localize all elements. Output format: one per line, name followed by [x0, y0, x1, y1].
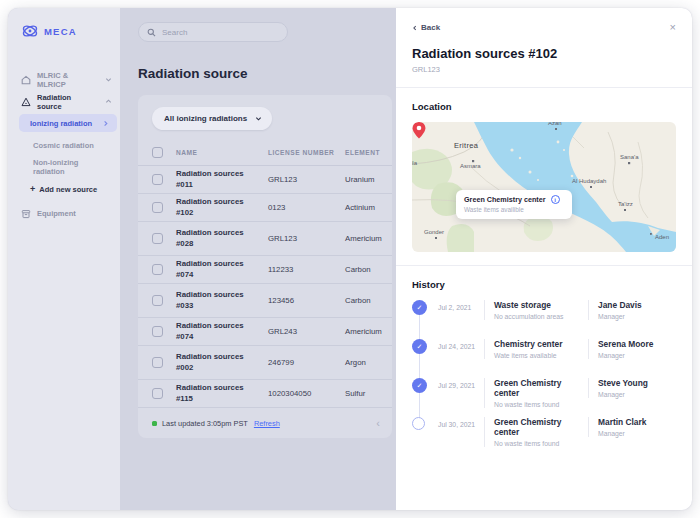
- tooltip-title: Green Chemistry center: [464, 195, 546, 204]
- row-checkbox[interactable]: [152, 174, 163, 185]
- row-checkbox[interactable]: [152, 326, 163, 337]
- close-icon[interactable]: ×: [670, 22, 676, 33]
- pending-circle-icon: [412, 417, 425, 430]
- history-entry: ✓ Jul 2, 2021 Waste storage No accumulat…: [412, 300, 676, 339]
- row-checkbox[interactable]: [152, 388, 163, 399]
- check-icon: ✓: [412, 378, 427, 393]
- sidebar-item-equipment[interactable]: Equipment: [8, 204, 120, 223]
- table-row[interactable]: Radiation sources #074 GRL243 Americium: [138, 318, 392, 346]
- column-element: ELEMENT: [345, 149, 384, 156]
- map-tooltip: Green Chemistry center i Waste items ava…: [456, 190, 572, 219]
- table-row[interactable]: Radiation sources #074 112233 Carbon: [138, 256, 392, 284]
- table-row[interactable]: Radiation sources #002 246799 Argon: [138, 346, 392, 380]
- history-person: Jane Davis Manager: [588, 300, 676, 320]
- history-date: Jul 29, 2021: [438, 378, 484, 389]
- sidebar: MECA MLRIC & MLRICP Radiation source Ion…: [8, 8, 120, 510]
- map-label: Asmara: [460, 163, 481, 169]
- table-row[interactable]: Radiation sources #011 GRL123 Uranium: [138, 166, 392, 194]
- sidebar-item-label: Equipment: [37, 209, 76, 218]
- column-license: LICENSE NUMBER: [268, 149, 345, 156]
- history-place: Chemistry center Wate items available: [484, 339, 588, 359]
- filter-label: All ionizing radiations: [164, 114, 247, 123]
- map-label: Eritrea: [454, 141, 478, 150]
- detail-subtitle: GRL123: [412, 65, 676, 74]
- row-checkbox[interactable]: [152, 295, 163, 306]
- map-label: Gonder: [424, 229, 444, 235]
- plus-icon: +: [30, 184, 35, 194]
- table-row[interactable]: Radiation sources #033 123456 Carbon: [138, 284, 392, 318]
- detail-title: Radiation sources #102: [412, 46, 676, 61]
- equipment-icon: [21, 209, 31, 219]
- divider: [396, 265, 692, 266]
- sidebar-item-mlric[interactable]: MLRIC & MLRICP: [8, 70, 120, 89]
- location-map[interactable]: Azan Eritrea Asmara Sana'a Al Hudaydah M…: [412, 122, 676, 252]
- add-new-source-button[interactable]: + Add new source: [8, 180, 120, 198]
- history-timeline: ✓ Jul 2, 2021 Waste storage No accumulat…: [412, 300, 676, 456]
- chevron-right-icon: [102, 120, 109, 127]
- sidebar-item-radiation-source[interactable]: Radiation source: [8, 92, 120, 111]
- column-name: NAME: [176, 149, 268, 156]
- page-title: Radiation source: [138, 66, 396, 81]
- radiation-warning-icon: [21, 97, 31, 107]
- map-label: Azan: [548, 122, 562, 126]
- history-date: Jul 24, 2021: [438, 339, 484, 350]
- map-canvas: [412, 122, 676, 252]
- map-label: ila: [412, 160, 417, 166]
- back-label: Back: [421, 23, 440, 32]
- chevron-down-icon: [255, 115, 262, 122]
- history-heading: History: [412, 279, 676, 290]
- history-person: Steve Young Manager: [588, 378, 676, 398]
- table-footer: Last updated 3:05pm PST Refresh ‹: [138, 408, 392, 438]
- table-row[interactable]: Radiation sources #115 1020304050 Sulfur: [138, 380, 392, 408]
- table-row[interactable]: Radiation sources #028 GRL123 Americium: [138, 222, 392, 256]
- back-button[interactable]: Back: [412, 23, 440, 32]
- app-window: MECA MLRIC & MLRICP Radiation source Ion…: [8, 8, 692, 510]
- sidebar-item-label: Radiation source: [37, 93, 93, 111]
- map-label: Ta'izz: [618, 201, 633, 207]
- map-label: Sana'a: [620, 154, 639, 160]
- row-checkbox[interactable]: [152, 357, 163, 368]
- logo: MECA: [8, 22, 120, 40]
- table-row[interactable]: Radiation sources #102 0123 Actinium: [138, 194, 392, 222]
- home-icon: [21, 75, 31, 85]
- table-header: NAME LICENSE NUMBER ELEMENT: [138, 140, 392, 166]
- map-pin-icon[interactable]: [412, 122, 426, 139]
- sidebar-item-non-ionizing-radiation[interactable]: Non-ionizing radiation: [11, 158, 117, 176]
- history-place: Green Chemistry center No waste items fo…: [484, 378, 588, 408]
- location-heading: Location: [412, 101, 676, 112]
- row-checkbox[interactable]: [152, 202, 163, 213]
- sidebar-item-label: Ionizing radiation: [30, 119, 92, 128]
- search-bar[interactable]: [138, 22, 288, 42]
- check-icon: ✓: [412, 339, 427, 354]
- chevron-down-icon: [105, 76, 112, 83]
- sidebar-item-label: MLRIC & MLRICP: [37, 71, 93, 89]
- status-dot-icon: [152, 421, 157, 426]
- pagination-prev-icon[interactable]: ‹: [374, 418, 382, 429]
- history-entry: ✓ Jul 29, 2021 Green Chemistry center No…: [412, 378, 676, 417]
- chevron-left-icon: [412, 25, 418, 31]
- history-place: Green Chemistry center No waste items fo…: [484, 417, 588, 447]
- history-person: Martin Clark Manager: [588, 417, 676, 437]
- radiation-filter-dropdown[interactable]: All ionizing radiations: [152, 107, 272, 130]
- divider: [396, 87, 692, 88]
- detail-panel: Back × Radiation sources #102 GRL123 Loc…: [396, 8, 692, 510]
- detail-header: Back ×: [412, 22, 676, 33]
- last-updated-text: Last updated 3:05pm PST: [162, 419, 248, 428]
- map-label: Aden: [655, 234, 669, 240]
- sidebar-item-cosmic-radiation[interactable]: Cosmic radiation: [11, 136, 117, 154]
- history-date: Jul 2, 2021: [438, 300, 484, 311]
- chevron-up-icon: [105, 98, 112, 105]
- sidebar-item-ionizing-radiation[interactable]: Ionizing radiation: [19, 114, 117, 132]
- history-entry: ✓ Jul 24, 2021 Chemistry center Wate ite…: [412, 339, 676, 378]
- info-icon[interactable]: i: [551, 195, 560, 204]
- row-checkbox[interactable]: [152, 233, 163, 244]
- history-entry: Jul 30, 2021 Green Chemistry center No w…: [412, 417, 676, 456]
- refresh-link[interactable]: Refresh: [254, 419, 280, 428]
- history-person: Serena Moore Manager: [588, 339, 676, 359]
- history-date: Jul 30, 2021: [438, 417, 484, 428]
- row-checkbox[interactable]: [152, 264, 163, 275]
- add-new-source-label: Add new source: [39, 185, 97, 194]
- sidebar-item-label: Cosmic radiation: [33, 141, 94, 150]
- select-all-checkbox[interactable]: [152, 147, 163, 158]
- search-input[interactable]: [162, 28, 279, 37]
